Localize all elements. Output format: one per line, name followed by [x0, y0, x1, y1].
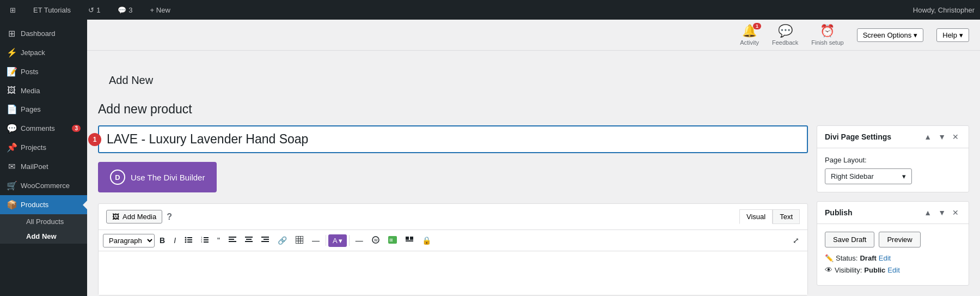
- page-layout-select[interactable]: Right Sidebar ▾: [825, 168, 912, 184]
- align-left-button[interactable]: [225, 234, 240, 247]
- editor-content-area[interactable]: [99, 251, 807, 295]
- add-media-button[interactable]: 🖼 Add Media: [106, 210, 162, 223]
- panel-down-button[interactable]: ▼: [936, 131, 948, 142]
- panel-close-button[interactable]: ✕: [950, 131, 961, 142]
- finish-setup-icon: ⏰: [820, 24, 835, 38]
- visibility-row: 👁 Visibility: Public Edit: [825, 265, 961, 274]
- pages-icon: 📄: [7, 104, 16, 114]
- toolbar-divider: [326, 235, 326, 246]
- visual-tab[interactable]: Visual: [739, 209, 773, 224]
- custom1-button[interactable]: W: [368, 233, 383, 247]
- activity-icon-item[interactable]: 🔔 1 Activity: [740, 24, 759, 46]
- svg-rect-17: [245, 241, 253, 242]
- publish-actions: Save Draft Preview: [825, 232, 961, 247]
- comments-sidebar-icon: 💬: [7, 123, 16, 134]
- jetpack-icon: ⚡: [7, 47, 16, 58]
- page-title: Add new product: [98, 102, 969, 117]
- revisions-link[interactable]: ↺ 1: [84, 0, 105, 20]
- editor-main: 1 D Use The Divi Builder: [98, 125, 808, 295]
- sidebar-item-comments[interactable]: 💬 Comments 3: [0, 119, 87, 138]
- screen-options-chevron-icon: ▾: [914, 31, 917, 39]
- custom3-button[interactable]: [402, 234, 417, 247]
- divi-builder-button[interactable]: D Use The Divi Builder: [98, 162, 217, 192]
- align-right-icon: [261, 237, 269, 243]
- align-right-button[interactable]: [258, 234, 273, 247]
- publish-down-button[interactable]: ▼: [936, 207, 948, 218]
- help-button[interactable]: Help ▾: [936, 28, 969, 42]
- sidebar-item-projects[interactable]: 📌 Projects: [0, 138, 87, 157]
- custom2-button[interactable]: ⊞: [384, 233, 401, 247]
- lock-button[interactable]: 🔒: [418, 234, 435, 247]
- svg-rect-5: [187, 241, 192, 243]
- layout-dropdown-icon: ▾: [902, 172, 906, 180]
- svg-text:3.: 3.: [201, 240, 203, 243]
- custom3-icon: [406, 237, 413, 243]
- edit-status-link[interactable]: Edit: [879, 254, 891, 262]
- sidebar-item-media[interactable]: 🖼 Media: [0, 81, 87, 100]
- sidebar-item-woocommerce[interactable]: 🛒 WooCommerce: [0, 176, 87, 195]
- panel-up-button[interactable]: ▲: [922, 131, 934, 142]
- color-button[interactable]: A ▾: [328, 234, 347, 247]
- color-dropdown-icon: ▾: [339, 237, 342, 245]
- screen-options-button[interactable]: Screen Options ▾: [857, 28, 924, 42]
- preview-button[interactable]: Preview: [879, 232, 920, 247]
- ordered-list-button[interactable]: 1.2.3.: [197, 233, 212, 247]
- finish-setup-icon-item[interactable]: ⏰ Finish setup: [811, 24, 843, 46]
- sidebar-item-dashboard[interactable]: ⊞ Dashboard: [0, 24, 87, 43]
- admin-bar: ⊞ ET Tutorials ↺ 1 💬 3 + New Howdy, Chri…: [0, 0, 980, 20]
- bold-button[interactable]: B: [156, 234, 169, 247]
- publish-panel-controls: ▲ ▼ ✕: [922, 207, 961, 218]
- sidebar-item-pages[interactable]: 📄 Pages: [0, 100, 87, 119]
- publish-up-button[interactable]: ▲: [922, 207, 934, 218]
- edit-visibility-link[interactable]: Edit: [887, 266, 899, 274]
- text-tab[interactable]: Text: [773, 209, 800, 224]
- divi-page-settings-panel: Divi Page Settings ▲ ▼ ✕ Page Layout: Ri…: [817, 125, 969, 192]
- publish-body: Save Draft Preview ✏️ Status: Draft Edit…: [817, 224, 969, 285]
- save-draft-button[interactable]: Save Draft: [825, 232, 874, 247]
- publish-close-button[interactable]: ✕: [950, 207, 961, 218]
- comments-link[interactable]: 💬 3: [113, 0, 137, 20]
- insert-more-button[interactable]: —: [352, 234, 367, 247]
- custom2-icon: ⊞: [388, 236, 397, 244]
- sidebar: ⊞ Dashboard ⚡ Jetpack 📝 Posts 🖼 Media 📄 …: [0, 20, 87, 296]
- svg-rect-13: [229, 239, 234, 240]
- products-icon: 📦: [7, 200, 16, 210]
- sidebar-item-jetpack[interactable]: ⚡ Jetpack: [0, 43, 87, 62]
- page-header: Add New: [87, 61, 980, 91]
- sidebar-item-posts[interactable]: 📝 Posts: [0, 62, 87, 81]
- paragraph-select[interactable]: Paragraph: [103, 234, 155, 247]
- svg-rect-20: [261, 241, 269, 242]
- blockquote-button[interactable]: ": [213, 234, 224, 247]
- help-chevron-icon: ▾: [959, 31, 963, 39]
- step-badge: 1: [88, 133, 101, 146]
- pencil-icon: ✏️: [825, 254, 834, 262]
- sidebar-sub-all-products[interactable]: All Products: [20, 214, 87, 229]
- italic-button[interactable]: I: [170, 234, 180, 247]
- svg-rect-18: [261, 237, 269, 238]
- sidebar-sub-add-new[interactable]: Add New: [20, 229, 87, 244]
- feedback-label: Feedback: [772, 39, 798, 46]
- svg-rect-9: [204, 239, 209, 240]
- sidebar-item-mailpoet[interactable]: ✉ MailPoet: [0, 157, 87, 176]
- editor-toolbar: Paragraph B I 1.2.3. ": [99, 230, 807, 251]
- sidebar-item-products[interactable]: 📦 Products: [0, 195, 87, 214]
- product-title-input[interactable]: [98, 125, 808, 153]
- feedback-icon-item[interactable]: 💬 Feedback: [772, 24, 798, 46]
- divi-settings-header: Divi Page Settings ▲ ▼ ✕: [817, 126, 969, 148]
- align-center-button[interactable]: [241, 234, 256, 247]
- product-desc-header: 🖼 Add Media ? Visual Text: [99, 204, 807, 230]
- more-button[interactable]: —: [308, 234, 323, 247]
- table-button[interactable]: [292, 233, 307, 247]
- site-name[interactable]: ET Tutorials: [29, 0, 75, 20]
- wp-logo[interactable]: ⊞: [5, 0, 20, 20]
- fullscreen-button[interactable]: ⤢: [789, 234, 803, 247]
- page-layout-label: Page Layout:: [825, 156, 961, 164]
- svg-point-0: [185, 237, 187, 239]
- feedback-icon: 💬: [778, 24, 793, 38]
- product-title-wrapper: 1: [98, 125, 808, 153]
- unordered-list-button[interactable]: [181, 233, 196, 247]
- new-content-link[interactable]: + New: [146, 0, 175, 20]
- divi-settings-body: Page Layout: Right Sidebar ▾: [817, 148, 969, 192]
- desc-help-icon[interactable]: ?: [167, 212, 172, 222]
- link-button[interactable]: 🔗: [274, 234, 291, 247]
